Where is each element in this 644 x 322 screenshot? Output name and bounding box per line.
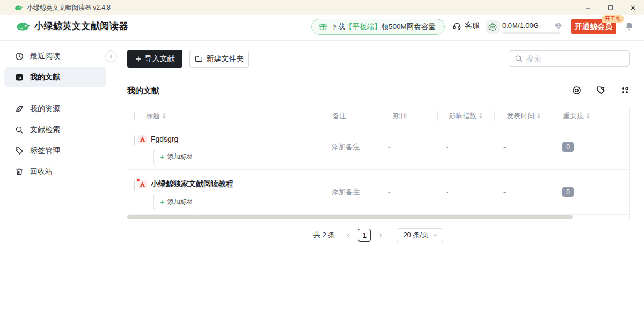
sidebar-item-my-resources[interactable]: 我的资源	[4, 98, 106, 119]
tag-icon	[15, 147, 24, 155]
header: 小绿鲸英文文献阅读器 下载【平板端】领500M网盘容量 客服	[0, 15, 644, 41]
journal-value: -	[380, 188, 390, 196]
headset-icon	[452, 21, 462, 31]
clock-icon	[15, 52, 24, 61]
book-icon	[15, 73, 24, 82]
read-status-filter-icon[interactable]	[572, 86, 581, 95]
impact-value: -	[437, 188, 448, 196]
importance-badge[interactable]: 0	[562, 142, 574, 152]
scrollbar-thumb[interactable]	[127, 215, 573, 219]
date-value: -	[494, 143, 506, 151]
column-header-date[interactable]: 发表时间	[494, 111, 552, 121]
minimize-button[interactable]	[576, 0, 599, 15]
section-header: 我的文献	[127, 86, 630, 98]
column-header-title[interactable]: 标题	[134, 111, 321, 121]
grid-view-icon[interactable]	[620, 86, 630, 95]
window-title: 小绿鲸英文文献阅读器 v2.4.8	[27, 3, 111, 12]
close-button[interactable]	[621, 0, 644, 15]
sort-icon	[587, 113, 590, 119]
date-value: -	[494, 188, 506, 196]
plus-icon	[159, 200, 165, 205]
tag-filter-icon[interactable]	[596, 86, 605, 95]
add-tag-button[interactable]: 添加标签	[153, 150, 199, 164]
app-whale-icon	[14, 4, 23, 11]
sort-icon	[479, 113, 482, 119]
page-size-select[interactable]: 20 条/页	[397, 228, 443, 242]
app-logo-whale-icon	[16, 20, 31, 32]
download-promo-label: 下载【平板端】领500M网盘容量	[331, 22, 436, 32]
sidebar-item-my-documents[interactable]: 我的文献	[4, 67, 106, 87]
titlebar: 小绿鲸英文文献阅读器 v2.4.8	[0, 0, 644, 15]
sidebar-collapse-button[interactable]	[105, 50, 117, 62]
maximize-button[interactable]	[599, 0, 621, 15]
add-tag-button[interactable]: 添加标签	[153, 195, 199, 209]
journal-value: -	[380, 143, 390, 151]
whale-avatar	[486, 20, 500, 34]
sidebar: 最近阅读 我的文献 我的资源 文献检索 标签管理 回收站	[0, 41, 111, 322]
add-note-link[interactable]: 添加备注	[321, 187, 360, 197]
search-box	[509, 50, 630, 67]
table-row: Fgdsgrg 添加标签 添加备注 - - - 0	[127, 125, 629, 170]
column-header-impact[interactable]: 影响指数	[437, 111, 494, 121]
table-row: 小绿鲸独家文献阅读教程 添加标签 添加备注 - - - 0	[127, 170, 629, 215]
document-title[interactable]: 小绿鲸独家文献阅读教程	[151, 179, 233, 189]
gem-icon[interactable]	[554, 22, 562, 32]
pdf-file-icon	[138, 135, 147, 144]
main-content: 导入文献 新建文件夹 我的文献 标题	[111, 41, 644, 322]
import-documents-button[interactable]: 导入文献	[127, 50, 182, 68]
impact-value: -	[437, 143, 448, 151]
support-label: 客服	[465, 21, 480, 31]
vip-upgrade-button[interactable]: 开通鲸会员 开工礼	[571, 19, 616, 34]
documents-table: 标题 备注 期刊 影响指数 发表时间 重要度 Fgdsgrg	[127, 107, 630, 220]
app-window: 小绿鲸英文文献阅读器 v2.4.8 小绿鲸英文文献阅读器	[0, 0, 644, 322]
unread-indicator	[136, 178, 140, 182]
prev-page-button[interactable]	[342, 229, 355, 241]
table-header-row: 标题 备注 期刊 影响指数 发表时间 重要度	[127, 107, 629, 125]
vip-promo-badge: 开工礼	[602, 15, 624, 23]
feather-icon	[15, 105, 24, 113]
download-promo-button[interactable]: 下载【平板端】领500M网盘容量	[311, 19, 445, 35]
sidebar-item-recent[interactable]: 最近阅读	[4, 46, 106, 67]
folder-icon	[195, 55, 203, 63]
pdf-file-icon	[138, 180, 147, 189]
sort-icon	[163, 113, 166, 119]
new-folder-button[interactable]: 新建文件夹	[189, 50, 249, 68]
sort-icon	[537, 113, 540, 119]
sidebar-divider	[5, 93, 105, 93]
column-header-importance[interactable]: 重要度	[552, 111, 603, 121]
column-header-journal: 期刊	[380, 111, 437, 121]
add-note-link[interactable]: 添加备注	[321, 142, 360, 152]
gift-icon	[319, 23, 327, 31]
storage-usage: 0.0M/1.00G	[502, 21, 560, 30]
sidebar-item-tag-management[interactable]: 标签管理	[4, 140, 106, 161]
plus-icon	[159, 155, 165, 160]
search-icon	[515, 55, 523, 63]
column-header-note: 备注	[321, 111, 380, 121]
support-button[interactable]: 客服	[452, 21, 480, 31]
notification-bell-icon[interactable]	[625, 21, 634, 33]
current-page-button[interactable]: 1	[358, 229, 371, 241]
horizontal-scrollbar	[127, 215, 630, 220]
brand: 小绿鲸英文文献阅读器	[16, 20, 128, 32]
next-page-button[interactable]	[374, 229, 387, 241]
search-icon	[15, 126, 24, 134]
chevron-left-icon	[108, 54, 114, 59]
total-count: 共 2 条	[313, 230, 335, 240]
search-input[interactable]	[526, 55, 618, 63]
storage-widget[interactable]: 0.0M/1.00G	[486, 20, 560, 34]
chevron-down-icon	[433, 232, 438, 238]
chevron-left-icon	[346, 232, 352, 238]
chevron-right-icon	[378, 232, 384, 238]
pagination: 共 2 条 1 20 条/页	[127, 228, 630, 242]
storage-progress-bar	[502, 32, 560, 34]
app-name: 小绿鲸英文文献阅读器	[34, 20, 128, 32]
sidebar-item-literature-search[interactable]: 文献检索	[4, 119, 106, 140]
sidebar-item-recycle-bin[interactable]: 回收站	[4, 161, 106, 182]
section-title: 我的文献	[127, 86, 159, 95]
document-title[interactable]: Fgdsgrg	[151, 135, 178, 143]
importance-badge[interactable]: 0	[562, 187, 574, 197]
plus-icon	[135, 56, 142, 62]
trash-icon	[15, 167, 24, 176]
